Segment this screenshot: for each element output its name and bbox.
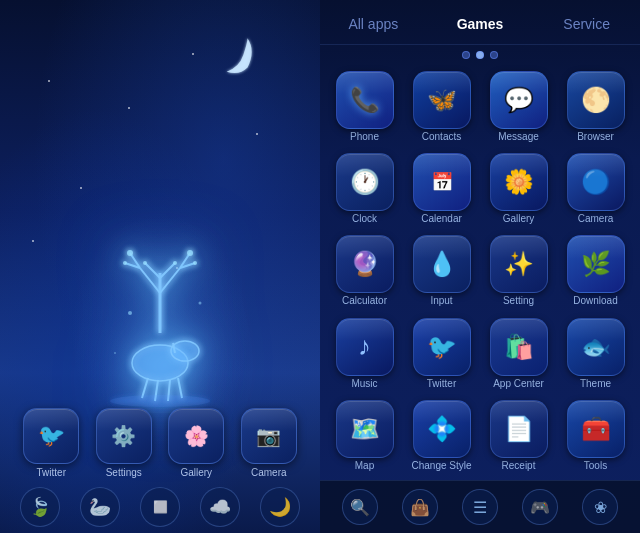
input-emoji: 💧: [427, 250, 457, 278]
appcenter-app-icon[interactable]: 🛍️: [490, 318, 548, 376]
camera2-app-label: Camera: [578, 213, 614, 224]
grid-item-browser[interactable]: 🌕 Browser: [559, 69, 632, 147]
camera-label: Camera: [251, 467, 287, 478]
gallery2-app-icon[interactable]: 🌼: [490, 153, 548, 211]
page-dot-3[interactable]: [490, 51, 498, 59]
message-app-icon[interactable]: 💬: [490, 71, 548, 129]
setting-app-label: Setting: [503, 295, 534, 306]
tab-all-apps[interactable]: All apps: [320, 12, 427, 36]
nav-menu-button[interactable]: ☰: [462, 489, 498, 525]
grid-item-map[interactable]: 🗺️ Map: [328, 398, 401, 476]
menu-icon: ☰: [473, 498, 487, 517]
style-app-icon[interactable]: 💠: [413, 400, 471, 458]
settings-icon[interactable]: ⚙️: [96, 408, 152, 464]
setting-app-icon[interactable]: ✨: [490, 235, 548, 293]
appcenter-emoji: 🛍️: [504, 333, 534, 361]
settings-label: Settings: [106, 467, 142, 478]
grid-item-receipt[interactable]: 📄 Receipt: [482, 398, 555, 476]
music-app-label: Music: [351, 378, 377, 389]
browser-emoji: 🌕: [581, 86, 611, 114]
page-dot-2[interactable]: [476, 51, 484, 59]
twitter2-emoji: 🐦: [427, 333, 457, 361]
grid-item-contacts[interactable]: 🦋 Contacts: [405, 69, 478, 147]
right-panel: All apps Games Service 📞 Phone 🦋 Contact…: [320, 0, 640, 533]
nav-store-button[interactable]: 👜: [402, 489, 438, 525]
indicators-row: 🍃 🦢 ⬜ ☁️ 🌙: [0, 483, 320, 531]
gallery-icon[interactable]: 🌸: [168, 408, 224, 464]
phone-emoji: 📞: [350, 86, 380, 114]
phone-app-label: Phone: [350, 131, 379, 142]
grid-item-theme[interactable]: 🐟 Theme: [559, 316, 632, 394]
star: [80, 187, 82, 189]
svg-point-13: [143, 261, 147, 265]
page-dot-1[interactable]: [462, 51, 470, 59]
theme-app-label: Theme: [580, 378, 611, 389]
grid-item-clock[interactable]: 🕐 Clock: [328, 151, 401, 229]
twitter2-app-icon[interactable]: 🐦: [413, 318, 471, 376]
map-emoji: 🗺️: [350, 415, 380, 443]
contacts-app-icon[interactable]: 🦋: [413, 71, 471, 129]
gallery2-app-label: Gallery: [503, 213, 535, 224]
grid-item-tools[interactable]: 🧰 Tools: [559, 398, 632, 476]
map-app-icon[interactable]: 🗺️: [336, 400, 394, 458]
camera-symbol: 📷: [256, 424, 281, 448]
calculator-app-icon[interactable]: 🔮: [336, 235, 394, 293]
svg-point-14: [173, 261, 177, 265]
twitter-symbol: 🐦: [38, 423, 65, 449]
indicator-bird[interactable]: 🦢: [80, 487, 120, 527]
grid-item-gallery2[interactable]: 🌼 Gallery: [482, 151, 555, 229]
tab-service[interactable]: Service: [533, 12, 640, 36]
camera2-emoji: 🔵: [581, 168, 611, 196]
receipt-app-icon[interactable]: 📄: [490, 400, 548, 458]
grid-item-calendar[interactable]: 📅 Calendar: [405, 151, 478, 229]
download-app-icon[interactable]: 🌿: [567, 235, 625, 293]
nav-search-button[interactable]: 🔍: [342, 489, 378, 525]
receipt-app-label: Receipt: [502, 460, 536, 471]
dock-item-camera[interactable]: 📷 Camera: [241, 408, 297, 478]
bottom-nav-bar: 🔍 👜 ☰ 🎮 ❀: [320, 480, 640, 533]
grid-item-twitter2[interactable]: 🐦 Twitter: [405, 316, 478, 394]
browser-app-icon[interactable]: 🌕: [567, 71, 625, 129]
grid-item-setting[interactable]: ✨ Setting: [482, 233, 555, 311]
phone-app-icon[interactable]: 📞: [336, 71, 394, 129]
tools-app-icon[interactable]: 🧰: [567, 400, 625, 458]
grid-item-download[interactable]: 🌿 Download: [559, 233, 632, 311]
camera2-app-icon[interactable]: 🔵: [567, 153, 625, 211]
indicator-leaf[interactable]: 🍃: [20, 487, 60, 527]
grid-item-calculator[interactable]: 🔮 Calculator: [328, 233, 401, 311]
svg-line-1: [140, 268, 160, 293]
camera-icon[interactable]: 📷: [241, 408, 297, 464]
dock-item-settings[interactable]: ⚙️ Settings: [96, 408, 152, 478]
indicator-cloud[interactable]: ☁️: [200, 487, 240, 527]
indicator-moon[interactable]: 🌙: [260, 487, 300, 527]
grid-item-style[interactable]: 💠 Change Style: [405, 398, 478, 476]
dock-item-gallery[interactable]: 🌸 Gallery: [168, 408, 224, 478]
theme-app-icon[interactable]: 🐟: [567, 318, 625, 376]
calendar-app-icon[interactable]: 📅: [413, 153, 471, 211]
grid-item-music[interactable]: ♪ Music: [328, 316, 401, 394]
dock-item-twitter[interactable]: 🐦 Twitter: [23, 408, 79, 478]
grid-item-input[interactable]: 💧 Input: [405, 233, 478, 311]
twitter2-app-label: Twitter: [427, 378, 456, 389]
tools-app-label: Tools: [584, 460, 607, 471]
tools-emoji: 🧰: [581, 415, 611, 443]
svg-point-24: [199, 302, 202, 305]
deer-scene: [70, 213, 250, 413]
setting-emoji: ✨: [504, 250, 534, 278]
grid-item-camera2[interactable]: 🔵 Camera: [559, 151, 632, 229]
map-app-label: Map: [355, 460, 374, 471]
music-app-icon[interactable]: ♪: [336, 318, 394, 376]
twitter-icon[interactable]: 🐦: [23, 408, 79, 464]
nav-game-button[interactable]: 🎮: [522, 489, 558, 525]
input-app-icon[interactable]: 💧: [413, 235, 471, 293]
message-app-label: Message: [498, 131, 539, 142]
indicator-dots[interactable]: ⬜: [140, 487, 180, 527]
nav-flower-button[interactable]: ❀: [582, 489, 618, 525]
grid-item-appcenter[interactable]: 🛍️ App Center: [482, 316, 555, 394]
grid-item-message[interactable]: 💬 Message: [482, 69, 555, 147]
grid-item-phone[interactable]: 📞 Phone: [328, 69, 401, 147]
contacts-app-label: Contacts: [422, 131, 461, 142]
tab-games[interactable]: Games: [427, 12, 534, 36]
clock-app-icon[interactable]: 🕐: [336, 153, 394, 211]
appcenter-app-label: App Center: [493, 378, 544, 389]
